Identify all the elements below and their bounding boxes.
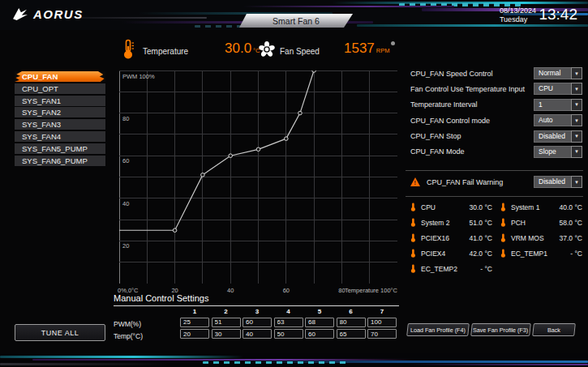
footer-button-label: Back: [547, 326, 560, 334]
dropdown-value: 1: [534, 99, 571, 111]
temp-input[interactable]: [274, 329, 303, 339]
dropdown-value: Normal: [534, 67, 571, 79]
footer-buttons: Load Fan Profile (F4) Save Fan Profile (…: [407, 323, 575, 336]
temperature-readout: 30.0 °C: [225, 41, 260, 57]
page-title: Smart Fan 6: [273, 16, 320, 26]
fail-warning-dropdown[interactable]: Disabled ▼: [534, 176, 582, 188]
thermometer-icon: [500, 218, 506, 227]
deco-streak: [406, 364, 588, 365]
dropdown-value: Disabled: [534, 130, 571, 143]
temp-input[interactable]: [305, 329, 334, 339]
temperature-reading-label: PCIEX4: [421, 250, 470, 258]
curve-point[interactable]: [256, 147, 260, 151]
temperature-reading-label: System 1: [511, 203, 560, 211]
temperature-reading-label: CPU: [421, 203, 470, 211]
pwm-input[interactable]: [337, 318, 366, 327]
aorus-logo: AORUS: [11, 7, 84, 21]
deco-streak: [0, 356, 243, 358]
dropdown-value: CPU: [534, 83, 571, 95]
footer-button[interactable]: Back: [532, 323, 576, 336]
fan-list-item[interactable]: SYS_FAN1: [15, 96, 105, 106]
curve-point[interactable]: [201, 173, 205, 177]
temperature-reading: VRM MOS 37.0 °C: [500, 233, 582, 243]
temp-input[interactable]: [242, 329, 272, 339]
fan-curve-chart[interactable]: PWM 100% 0%,0°C Temperature 100°C 806040…: [119, 70, 397, 284]
setting-dropdown[interactable]: 1 ▼: [534, 99, 582, 111]
fan-list-item[interactable]: CPU_FAN: [15, 71, 105, 82]
temperature-reading-label: EC_TEMP1: [511, 250, 570, 258]
temperature-reading-value: 37.0 °C: [560, 234, 582, 242]
footer-button-label: Load Fan Profile (F4): [410, 326, 466, 334]
pwm-input[interactable]: [212, 318, 241, 327]
fan-list-item[interactable]: SYS_FAN4: [15, 131, 105, 142]
manual-column-header: 3: [242, 308, 272, 315]
chevron-down-icon: ▼: [571, 130, 582, 143]
temperature-reading: EC_TEMP1 - °C: [500, 248, 582, 258]
thermometer-icon: [410, 249, 416, 258]
setting-dropdown[interactable]: Disabled ▼: [534, 130, 582, 143]
manual-column-header: 7: [367, 308, 397, 315]
setting-dropdown[interactable]: CPU ▼: [534, 83, 582, 95]
dropdown-value: Slope: [534, 146, 571, 158]
thermometer-icon: [410, 203, 416, 211]
fan-list-item-label: SYS_FAN6_PUMP: [22, 156, 88, 165]
pwm-input[interactable]: [242, 318, 272, 327]
thermometer-icon: [410, 218, 416, 227]
footer-button[interactable]: Save Fan Profile (F3): [470, 323, 531, 336]
chevron-down-icon: ▼: [571, 146, 582, 158]
temperature-reading: EC_TEMP2 - °C: [410, 263, 492, 274]
deco-streak: [0, 363, 170, 365]
fan-curve-svg: [119, 70, 397, 284]
temp-input[interactable]: [212, 329, 241, 339]
pwm-input[interactable]: [305, 318, 334, 327]
setting-dropdown[interactable]: Slope ▼: [534, 146, 582, 158]
fan-list-item[interactable]: SYS_FAN6_PUMP: [15, 156, 105, 166]
pwm-input[interactable]: [180, 318, 209, 327]
fan-list-item-label: SYS_FAN1: [22, 96, 61, 105]
pwm-input[interactable]: [274, 318, 303, 327]
fan-list: CPU_FAN CPU_OPT SYS_FAN1 SYS_FAN2 SYS_FA…: [15, 71, 105, 167]
fan-list-item[interactable]: SYS_FAN2: [15, 107, 105, 117]
curve-point[interactable]: [229, 154, 233, 158]
setting-row: CPU_FAN Speed Control Normal ▼: [410, 67, 582, 79]
fan-list-item-label: CPU_FAN: [22, 72, 58, 81]
pwm-input[interactable]: [367, 318, 397, 327]
temp-input[interactable]: [180, 329, 209, 339]
footer-button[interactable]: Load Fan Profile (F4): [406, 323, 470, 336]
tune-all-button[interactable]: TUNE ALL: [15, 324, 105, 341]
footer-bar: [0, 353, 588, 367]
curve-point[interactable]: [285, 137, 289, 141]
temperature-reading-value: 30.0 °C: [470, 203, 492, 211]
temp-input[interactable]: [337, 329, 366, 339]
setting-dropdown[interactable]: Normal ▼: [534, 67, 582, 79]
manual-control-settings: Manual Control Settings PWM(%) Temp(°C) …: [114, 293, 399, 306]
curve-point[interactable]: [298, 111, 303, 115]
y-tick-label: 40: [122, 200, 129, 207]
temperature-label: Temperature: [143, 47, 188, 56]
temperature-reading-value: 51.0 °C: [470, 219, 492, 227]
setting-row: CPU_FAN Control mode Auto ▼: [410, 114, 582, 126]
curve-point[interactable]: [312, 70, 316, 72]
setting-label: CPU_FAN Stop: [410, 132, 461, 140]
setting-label: CPU_FAN Control mode: [410, 117, 490, 125]
fan-list-item[interactable]: CPU_OPT: [15, 83, 105, 94]
header-bar: AORUS Smart Fan 6 08/13/2024 Tuesday 13:…: [0, 0, 588, 30]
temp-input[interactable]: [367, 329, 397, 339]
y-tick-label: 20: [122, 242, 129, 250]
temperature-reading-value: 41.0 °C: [470, 234, 492, 242]
fan-icon: [258, 41, 276, 58]
temperature-reading-label: PCIEX16: [421, 234, 470, 242]
temperature-reading-value: - °C: [480, 265, 492, 273]
setting-row: Temperature Interval 1 ▼: [410, 99, 582, 111]
fan-list-item[interactable]: SYS_FAN3: [15, 119, 105, 130]
setting-dropdown[interactable]: Auto ▼: [534, 114, 582, 126]
temperature-reading-label: PCH: [511, 219, 560, 227]
warning-icon: !: [410, 177, 420, 186]
temperature-reading-value: 58.0 °C: [560, 219, 582, 227]
curve-point[interactable]: [173, 228, 177, 233]
divider: [406, 196, 583, 197]
deco-streak: [243, 6, 454, 7]
fan-list-item[interactable]: SYS_FAN5_PUMP: [15, 143, 105, 154]
page-title-tab: Smart Fan 6: [239, 14, 353, 28]
weekday-text: Tuesday: [500, 15, 536, 24]
